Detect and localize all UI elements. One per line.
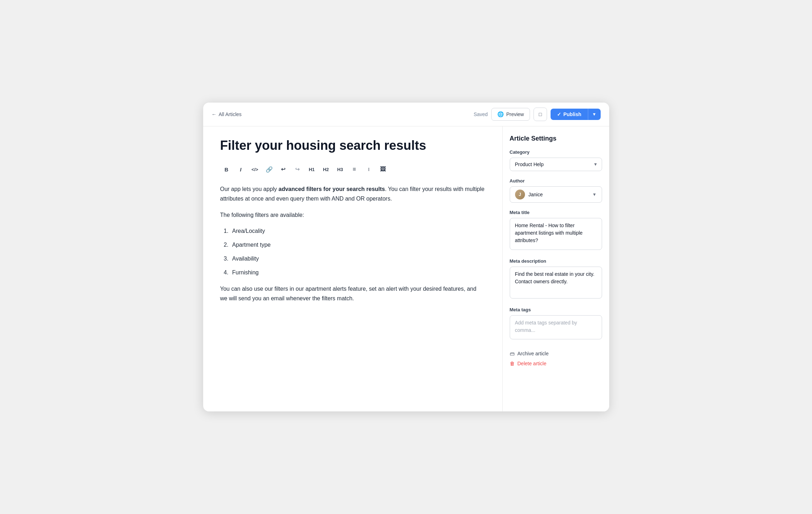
archive-label: Archive article [518,351,549,356]
code-button[interactable]: </> [249,163,261,176]
archive-icon: 🗃 [510,351,515,356]
unordered-list-icon: ≡ [353,166,356,173]
preview-label: Preview [506,111,524,117]
chevron-down-icon: ▼ [592,112,596,117]
editor-area: Filter your housing search results B I <… [203,126,503,411]
outro-paragraph: You can also use our filters in our apar… [220,284,485,303]
expand-icon: □ [539,111,542,117]
publish-group: ✓ Publish ▼ [551,109,601,120]
meta-desc-label: Meta description [510,258,602,264]
italic-button[interactable]: I [234,163,247,176]
avatar: J [515,190,525,199]
meta-title-label: Meta title [510,210,602,215]
redo-icon: ↪ [295,166,300,173]
code-icon: </> [251,167,258,172]
avatar-image: J [515,190,525,199]
meta-tags-label: Meta tags [510,307,602,312]
redo-button[interactable]: ↪ [291,163,304,176]
sidebar-title: Article Settings [510,135,602,142]
intro-paragraph: Our app lets you apply advanced filters … [220,184,485,203]
editor-toolbar: B I </> 🔗 ↩ ↪ H1 H2 H3 ≡ ⁝ 🖼 [220,163,485,176]
undo-icon: ↩ [281,166,286,173]
link-icon: 🔗 [266,166,273,173]
h3-icon: H3 [337,167,343,172]
preview-button[interactable]: 🌐 Preview [491,108,530,121]
list-item: Furnishing [230,268,485,277]
list-item: Area/Locality [230,226,485,236]
image-button[interactable]: 🖼 [377,163,389,176]
h1-icon: H1 [309,167,315,172]
delete-button[interactable]: 🗑 Delete article [510,361,602,366]
bold-text: advanced filters for your search results [278,186,385,192]
meta-desc-input[interactable]: Find the best real estate in your city. … [510,267,602,299]
filters-list: Area/Locality Apartment type Availabilit… [230,226,485,278]
undo-button[interactable]: ↩ [277,163,290,176]
checkmark-icon: ✓ [557,111,561,117]
bold-icon: B [224,166,228,173]
author-section: Author J Janice ▼ [510,178,602,203]
h2-button[interactable]: H2 [320,163,332,176]
author-chevron-icon: ▼ [592,192,597,197]
sidebar-actions: 🗃 Archive article 🗑 Delete article [510,351,602,366]
unordered-list-button[interactable]: ≡ [348,163,361,176]
trash-icon: 🗑 [510,361,515,366]
publish-button[interactable]: ✓ Publish [551,109,588,120]
publish-dropdown-button[interactable]: ▼ [588,109,601,120]
author-label: Author [510,178,602,184]
category-section: Category Product Help Getting Started FA… [510,149,602,171]
filters-intro-paragraph: The following filters are available: [220,210,485,220]
top-bar: ← All Articles Saved 🌐 Preview □ ✓ Publi… [203,103,609,126]
italic-icon: I [240,166,241,173]
delete-label: Delete article [518,361,547,366]
category-select[interactable]: Product Help Getting Started FAQ Tutoria… [510,158,602,171]
h2-icon: H2 [323,167,329,172]
back-arrow-icon: ← [212,111,217,117]
list-item: Availability [230,254,485,263]
list-item: Apartment type [230,240,485,250]
main-layout: Filter your housing search results B I <… [203,126,609,411]
sidebar: Article Settings Category Product Help G… [503,126,609,411]
link-button[interactable]: 🔗 [263,163,276,176]
h3-button[interactable]: H3 [334,163,347,176]
archive-button[interactable]: 🗃 Archive article [510,351,602,356]
meta-desc-section: Meta description Find the best real esta… [510,258,602,300]
ordered-list-icon: ⁝ [368,167,369,172]
meta-tags-section: Meta tags [510,307,602,341]
category-select-wrapper: Product Help Getting Started FAQ Tutoria… [510,158,602,171]
meta-tags-input[interactable] [510,315,602,339]
author-name: Janice [529,192,589,197]
saved-label: Saved [473,111,488,117]
bold-button[interactable]: B [220,163,233,176]
app-container: ← All Articles Saved 🌐 Preview □ ✓ Publi… [203,103,609,411]
author-select-box[interactable]: J Janice ▼ [510,186,602,203]
globe-icon: 🌐 [497,111,504,117]
article-body: Our app lets you apply advanced filters … [220,184,485,303]
top-bar-right: Saved 🌐 Preview □ ✓ Publish ▼ [473,108,600,121]
image-icon: 🖼 [380,166,386,173]
meta-title-input[interactable]: Home Rental - How to filter apartment li… [510,218,602,250]
meta-title-section: Meta title Home Rental - How to filter a… [510,210,602,251]
back-link[interactable]: ← All Articles [212,111,242,117]
expand-button[interactable]: □ [534,108,547,121]
publish-label: Publish [563,111,581,117]
category-label: Category [510,149,602,155]
back-label: All Articles [219,111,242,117]
ordered-list-button[interactable]: ⁝ [362,163,375,176]
h1-button[interactable]: H1 [305,163,318,176]
article-title[interactable]: Filter your housing search results [220,138,485,153]
